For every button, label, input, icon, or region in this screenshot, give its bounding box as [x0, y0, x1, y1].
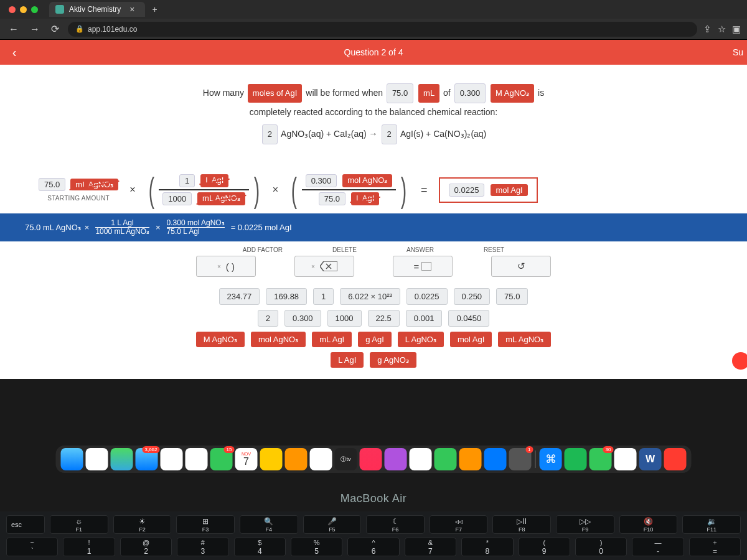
spotify-icon[interactable]	[565, 448, 587, 470]
number-key[interactable]: ^6	[347, 538, 399, 556]
number-key[interactable]: (9	[519, 538, 570, 556]
photos-icon[interactable]	[186, 448, 208, 470]
unit-factor-chip[interactable]: mol AgI	[450, 332, 492, 347]
acrobat-icon[interactable]	[664, 448, 687, 470]
answer-unit-chip[interactable]: mol AgI	[491, 184, 527, 196]
reset-button[interactable]: ↺	[491, 256, 551, 277]
notes-icon[interactable]	[310, 448, 332, 470]
factor-den-unit[interactable]: L AgI	[351, 192, 379, 205]
function-key[interactable]: 🎤F5	[303, 515, 362, 534]
start-value-chip[interactable]: 75.0	[39, 178, 65, 191]
submit-button[interactable]: Su	[729, 47, 747, 57]
factor-den-unit[interactable]: mL AgNO₃	[197, 192, 245, 205]
nav-reload-button[interactable]: ⟳	[49, 22, 62, 36]
appstore-icon[interactable]	[484, 448, 507, 470]
calendar-icon[interactable]: NOV 7	[235, 448, 258, 470]
function-key[interactable]: 🔉F11	[682, 515, 741, 534]
help-fab-button[interactable]	[732, 352, 747, 370]
conversion-factor-1[interactable]: ( 1 L AgI 1000 mL AgNO₃ )	[146, 172, 263, 207]
unit-factor-chip[interactable]: mL AgNO₃	[498, 332, 551, 347]
nav-forward-button[interactable]: →	[27, 22, 42, 36]
screentime-icon[interactable]	[410, 448, 432, 470]
bookmark-icon[interactable]: ☆	[718, 24, 726, 35]
backtick-key[interactable]: ~`	[6, 538, 58, 556]
function-key[interactable]: ▷▷F9	[556, 515, 614, 534]
contacts-icon[interactable]	[260, 448, 283, 470]
function-key[interactable]: ☀F2	[113, 515, 172, 534]
numeric-factor-chip[interactable]: 6.022 × 10²³	[340, 288, 400, 305]
factor-num-value[interactable]: 0.300	[306, 174, 337, 187]
safari-icon[interactable]	[161, 448, 183, 470]
share-icon[interactable]: ⇪	[703, 24, 712, 35]
function-key[interactable]: ▷IIF8	[492, 515, 551, 534]
numeric-factor-chip[interactable]: 1000	[327, 310, 362, 327]
esc-key[interactable]: esc	[6, 515, 45, 534]
function-key[interactable]: ☾F6	[366, 515, 425, 534]
factor-den-value[interactable]: 75.0	[319, 192, 345, 205]
start-unit-chip[interactable]: mL AgNO₃	[70, 179, 118, 190]
function-key[interactable]: 🔍F4	[240, 515, 298, 534]
number-key[interactable]: #3	[177, 538, 228, 556]
bluetooth-icon[interactable]: ⌘	[540, 448, 562, 470]
factor-num-unit[interactable]: L AgI	[200, 174, 228, 187]
imessage-icon[interactable]: 30	[590, 448, 612, 470]
numeric-factor-chip[interactable]: 234.77	[219, 288, 260, 305]
word-icon[interactable]: W	[639, 448, 662, 470]
function-key[interactable]: 🔇F10	[619, 515, 678, 534]
reminders-icon[interactable]	[285, 448, 308, 470]
unit-factor-chip[interactable]: L AgNO₃	[398, 332, 444, 347]
answer-box[interactable]: 0.0225 mol AgI	[439, 177, 538, 203]
tv-icon[interactable]: ⓣtv	[335, 448, 357, 470]
delete-button[interactable]: ×	[294, 256, 354, 277]
question-back-button[interactable]: ‹	[0, 45, 29, 60]
music-icon[interactable]	[360, 448, 382, 470]
factor-num-value[interactable]: 1	[179, 174, 195, 187]
number-key[interactable]: +=	[689, 538, 741, 556]
unit-factor-chip[interactable]: g AgNO₃	[370, 352, 416, 368]
finder-icon[interactable]	[61, 448, 83, 470]
unit-factor-chip[interactable]: M AgNO₃	[196, 332, 245, 347]
unit-factor-chip[interactable]: mL AgI	[312, 332, 352, 347]
numeric-factor-chip[interactable]: 2	[258, 310, 278, 327]
numeric-factor-chip[interactable]: 169.88	[266, 288, 307, 305]
minimize-window-icon[interactable]	[20, 6, 27, 13]
add-factor-button[interactable]: × ( )	[196, 256, 256, 277]
maximize-window-icon[interactable]	[31, 6, 38, 13]
numeric-factor-chip[interactable]: 0.250	[454, 288, 491, 305]
answer-value-chip[interactable]: 0.0225	[449, 184, 485, 197]
mail-icon[interactable]: 3,662	[136, 448, 158, 470]
number-key[interactable]: $4	[234, 538, 286, 556]
chrome-icon[interactable]	[614, 448, 637, 470]
nav-back-button[interactable]: ←	[6, 22, 21, 36]
number-key[interactable]: *8	[461, 538, 513, 556]
number-key[interactable]: )0	[575, 538, 627, 556]
podcasts-icon[interactable]	[385, 448, 407, 470]
numeric-factor-chip[interactable]: 1	[313, 288, 334, 305]
browser-tab[interactable]: Aktiv Chemistry ×	[49, 2, 145, 17]
settings-icon[interactable]: 1	[509, 448, 532, 470]
numeric-factor-chip[interactable]: 0.0225	[406, 288, 448, 305]
tabs-overview-icon[interactable]: ▣	[732, 24, 741, 35]
numeric-factor-chip[interactable]: 0.300	[284, 310, 321, 327]
function-key[interactable]: ☼F1	[50, 515, 108, 534]
messages-icon[interactable]	[111, 448, 133, 470]
pages-icon[interactable]	[459, 448, 482, 470]
unit-factor-chip[interactable]: mol AgNO₃	[251, 332, 306, 347]
new-tab-button[interactable]: +	[149, 4, 161, 14]
url-input[interactable]: 🔒 app.101edu.co	[68, 22, 697, 37]
number-key[interactable]: %5	[291, 538, 342, 556]
number-key[interactable]: &7	[405, 538, 456, 556]
number-key[interactable]: @2	[120, 538, 172, 556]
unit-factor-chip[interactable]: L AgI	[331, 352, 364, 368]
factor-den-value[interactable]: 1000	[162, 192, 192, 205]
launchpad-icon[interactable]	[86, 448, 108, 470]
numeric-factor-chip[interactable]: 75.0	[496, 288, 528, 305]
function-key[interactable]: ◃◃F7	[430, 515, 488, 534]
close-window-icon[interactable]	[9, 6, 16, 13]
answer-button[interactable]: =	[393, 256, 453, 277]
unit-factor-chip[interactable]: g AgI	[358, 332, 392, 347]
numbers-icon[interactable]	[435, 448, 457, 470]
numeric-factor-chip[interactable]: 0.0450	[448, 310, 489, 327]
facetime-icon[interactable]: 15	[210, 448, 233, 470]
number-key[interactable]: —-	[632, 538, 684, 556]
